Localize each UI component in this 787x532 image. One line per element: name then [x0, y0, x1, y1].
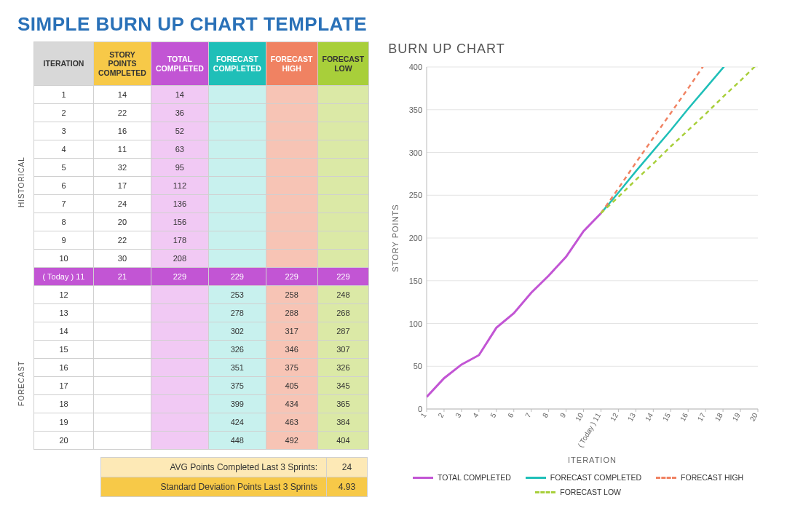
- cell: [317, 250, 369, 268]
- cell: 52: [151, 122, 208, 140]
- cell: [317, 159, 369, 177]
- cell: 18: [34, 395, 94, 413]
- cell: 22: [94, 231, 151, 250]
- cell: 268: [317, 304, 369, 322]
- cell: [317, 140, 369, 159]
- cell: 5: [34, 159, 94, 177]
- table-header-row: ITERATIONSTORY POINTS COMPLETEDTOTAL COM…: [34, 42, 369, 86]
- cell: 346: [266, 341, 317, 359]
- cell: [151, 341, 208, 359]
- cell: [208, 104, 266, 122]
- svg-text:400: 400: [409, 63, 422, 71]
- cell: [208, 213, 266, 231]
- cell: 9: [34, 231, 94, 250]
- cell: 351: [208, 359, 266, 377]
- cell: 3: [34, 122, 94, 140]
- cell: [208, 122, 266, 140]
- avg-value: 24: [327, 458, 368, 477]
- cell: [266, 195, 317, 213]
- cell: 63: [151, 140, 208, 159]
- cell: [151, 413, 208, 432]
- cell: 20: [94, 213, 151, 231]
- cell: 14: [151, 86, 208, 104]
- cell: 424: [208, 413, 266, 432]
- table-row: 20448492404: [34, 432, 369, 450]
- cell: 24: [94, 195, 151, 213]
- cell: [317, 122, 369, 140]
- burnup-table: ITERATIONSTORY POINTS COMPLETEDTOTAL COM…: [33, 41, 369, 450]
- svg-text:10: 10: [574, 411, 585, 423]
- cell: [317, 195, 369, 213]
- svg-text:1: 1: [419, 411, 429, 419]
- svg-text:350: 350: [409, 106, 422, 114]
- svg-text:ITERATION: ITERATION: [568, 456, 617, 464]
- forecast-label: FORECAST: [17, 298, 31, 469]
- svg-text:2: 2: [437, 411, 446, 419]
- table-row: 53295: [34, 159, 369, 177]
- cell: 229: [266, 268, 317, 286]
- cell: 22: [94, 104, 151, 122]
- burnup-chart: 05010015020025030035040012345678910( Tod…: [387, 60, 765, 467]
- cell: 229: [208, 268, 266, 286]
- table-row: 820156: [34, 213, 369, 231]
- avg-label: AVG Points Completed Last 3 Sprints:: [101, 458, 327, 477]
- legend-item: TOTAL COMPLETED: [413, 473, 511, 482]
- col-header-5: FORECAST LOW: [317, 42, 369, 86]
- cell: [208, 86, 266, 104]
- cell: 463: [266, 413, 317, 432]
- cell: 30: [94, 250, 151, 268]
- svg-text:16: 16: [679, 411, 689, 423]
- cell: [266, 213, 317, 231]
- cell: 253: [208, 286, 266, 304]
- cell: [94, 413, 151, 432]
- cell: [94, 432, 151, 450]
- cell: 287: [317, 322, 369, 341]
- cell: [317, 104, 369, 122]
- cell: 248: [317, 286, 369, 304]
- cell: [151, 304, 208, 322]
- cell: 326: [317, 359, 369, 377]
- svg-text:12: 12: [609, 411, 620, 423]
- cell: [94, 322, 151, 341]
- cell: [266, 86, 317, 104]
- cell: [266, 159, 317, 177]
- svg-text:19: 19: [731, 411, 742, 423]
- cell: 307: [317, 341, 369, 359]
- cell: 15: [34, 341, 94, 359]
- table-row: 922178: [34, 231, 369, 250]
- cell: 36: [151, 104, 208, 122]
- table-row: ( Today ) 1121229229229229: [34, 268, 369, 286]
- svg-text:17: 17: [696, 411, 707, 423]
- cell: [94, 304, 151, 322]
- cell: 19: [34, 413, 94, 432]
- svg-text:20: 20: [748, 411, 759, 423]
- cell: [151, 432, 208, 450]
- cell: ( Today ) 11: [34, 268, 94, 286]
- svg-text:9: 9: [558, 411, 568, 419]
- cell: 1: [34, 86, 94, 104]
- cell: 278: [208, 304, 266, 322]
- cell: 156: [151, 213, 208, 231]
- svg-text:13: 13: [626, 411, 637, 423]
- cell: 136: [151, 195, 208, 213]
- cell: 229: [151, 268, 208, 286]
- cell: [317, 177, 369, 195]
- cell: [94, 341, 151, 359]
- cell: [151, 359, 208, 377]
- svg-text:15: 15: [661, 411, 672, 423]
- cell: 14: [94, 86, 151, 104]
- svg-text:300: 300: [409, 148, 422, 157]
- legend-item: FORECAST COMPLETED: [526, 473, 641, 482]
- svg-text:150: 150: [409, 277, 422, 285]
- cell: [266, 104, 317, 122]
- cell: 404: [317, 432, 369, 450]
- legend-item: FORECAST HIGH: [656, 473, 743, 482]
- sd-label: Standard Deviation Points Last 3 Sprints: [101, 477, 327, 497]
- cell: 13: [34, 304, 94, 322]
- cell: 7: [34, 195, 94, 213]
- col-header-4: FORECAST HIGH: [266, 42, 317, 86]
- stats-table: AVG Points Completed Last 3 Sprints: 24 …: [100, 457, 368, 497]
- table-row: 12253258248: [34, 286, 369, 304]
- row-group-labels: HISTORICAL FORECAST: [17, 41, 31, 497]
- cell: [151, 377, 208, 395]
